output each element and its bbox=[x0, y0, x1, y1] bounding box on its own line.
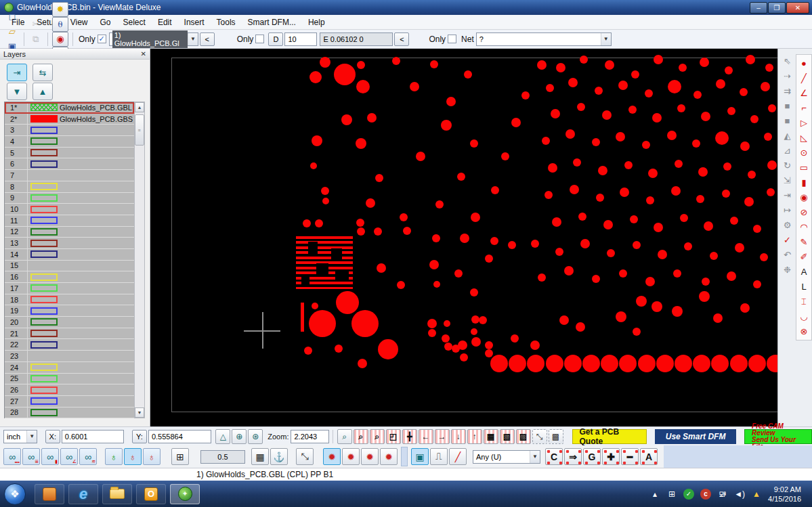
pencil-tool-icon[interactable]: ✎ bbox=[797, 235, 811, 249]
inspect-traces-button[interactable]: ∞≣ bbox=[22, 448, 40, 465]
layer-color-swatch[interactable] bbox=[30, 127, 58, 134]
layer-row[interactable]: 12 bbox=[5, 227, 134, 238]
corner-tool-icon[interactable]: ⌐ bbox=[797, 101, 811, 115]
circle-aperture-button[interactable]: C bbox=[545, 448, 563, 465]
layer-row[interactable]: 21 bbox=[5, 328, 134, 340]
layer-color-swatch[interactable] bbox=[30, 104, 58, 111]
angle-check-icon[interactable]: ✓ bbox=[780, 233, 794, 247]
layer-row[interactable]: 7 bbox=[5, 170, 134, 181]
pen-tool-icon[interactable]: ✐ bbox=[797, 250, 811, 264]
only-net-checkbox[interactable] bbox=[448, 35, 456, 43]
layer-row[interactable]: 9 bbox=[5, 193, 134, 204]
slash-tool-icon[interactable]: ⊘ bbox=[797, 205, 811, 219]
antivirus-icon[interactable]: ✓ bbox=[683, 489, 694, 500]
layer-color-swatch[interactable] bbox=[30, 183, 58, 190]
layer-color-swatch[interactable] bbox=[30, 296, 58, 303]
snap-move-button[interactable]: ⤡ bbox=[296, 448, 314, 465]
y-coordinate-button[interactable]: Y: bbox=[132, 430, 147, 443]
layer-view-compare-button[interactable]: ⇆ bbox=[33, 64, 53, 81]
cut-icon[interactable]: ✂ bbox=[28, 17, 43, 32]
view-corner-icon[interactable]: ◰ bbox=[386, 429, 401, 444]
layer-row[interactable]: 17 bbox=[5, 283, 134, 294]
layer-color-swatch[interactable] bbox=[30, 363, 58, 371]
triangle-tool-icon[interactable]: ◺ bbox=[797, 131, 811, 145]
draw-line-button[interactable]: ╱ bbox=[449, 448, 467, 465]
layer-color-swatch[interactable] bbox=[30, 115, 58, 123]
layer-color-swatch[interactable] bbox=[30, 206, 58, 213]
aperture-square-icon[interactable]: ■ bbox=[780, 99, 794, 113]
layer-row[interactable]: 24 bbox=[5, 362, 134, 374]
taskbar-internet-explorer[interactable]: e bbox=[68, 484, 98, 504]
step-repeat-all-icon[interactable]: ↦ bbox=[780, 203, 794, 217]
dcode-button[interactable]: D bbox=[268, 32, 283, 46]
menu-item-edit[interactable]: Edit bbox=[152, 16, 178, 28]
layer-row[interactable]: 28 bbox=[5, 407, 134, 419]
inspect-layers-button[interactable]: ∞≋ bbox=[79, 448, 97, 465]
window-split-button[interactable]: ⊞ bbox=[171, 448, 189, 465]
menu-item-insert[interactable]: Insert bbox=[178, 16, 211, 28]
stamp-icon[interactable]: ⊛ bbox=[248, 429, 263, 444]
transfer-pad-icon[interactable]: ⇢ bbox=[780, 69, 794, 83]
taskbar-viewmate[interactable]: ✦ bbox=[170, 484, 200, 504]
smart-dfm-ad[interactable]: Use Smart DFM bbox=[655, 429, 736, 444]
arc-tool-icon[interactable]: ◠ bbox=[797, 220, 811, 234]
zoom-layer-icon[interactable]: ⌕ bbox=[354, 429, 368, 444]
layer-color-swatch[interactable] bbox=[30, 341, 58, 349]
subtract-button[interactable]: ━ bbox=[621, 448, 639, 465]
pcb-quote-ad[interactable]: Get a PCB Quote bbox=[572, 429, 647, 444]
pan-left-icon[interactable]: ← bbox=[419, 429, 433, 444]
gerber-button[interactable]: G bbox=[583, 448, 601, 465]
layer-color-swatch[interactable] bbox=[30, 137, 58, 145]
layer-move-up-button[interactable]: ▲ bbox=[33, 83, 53, 100]
zoom-select-icon[interactable]: ⌕ bbox=[370, 429, 385, 444]
scale-icon[interactable]: ⇲ bbox=[780, 173, 794, 188]
polyline-tool-icon[interactable]: ∠ bbox=[797, 86, 811, 100]
pan-up-icon[interactable]: ↑ bbox=[467, 429, 482, 444]
node-edit-icon[interactable]: ❉ bbox=[780, 263, 794, 277]
layer-combobox[interactable]: 1) GlowHolds_PCB.Gl ▼ bbox=[109, 32, 198, 46]
inspect-pads-button[interactable]: ∞••• bbox=[3, 448, 21, 465]
settings-gear-icon[interactable]: ⚙ bbox=[780, 218, 794, 232]
x-coordinate-field[interactable]: 0.6001 bbox=[62, 430, 125, 443]
chevron-down-icon[interactable]: ▼ bbox=[530, 451, 540, 463]
volume-icon[interactable]: ◄) bbox=[734, 489, 745, 500]
layer-row[interactable]: 27 bbox=[5, 396, 134, 407]
aperture-text-button[interactable]: A bbox=[640, 448, 658, 465]
delete-tool-icon[interactable]: ⊗ bbox=[797, 324, 811, 338]
layer-row[interactable]: 4 bbox=[5, 136, 134, 148]
select-area-icon[interactable]: ⤡ bbox=[532, 429, 547, 444]
angle-measure-icon[interactable]: △ bbox=[215, 429, 230, 444]
highlight-view-icon[interactable]: ✸ bbox=[52, 2, 68, 17]
layer-row[interactable]: 13 bbox=[5, 238, 134, 249]
layer-move-down-button[interactable]: ▼ bbox=[7, 83, 27, 100]
layers-close-icon[interactable]: ✕ bbox=[141, 50, 146, 58]
layer-row[interactable]: 22 bbox=[5, 339, 134, 351]
taskbar-app-launcher[interactable] bbox=[35, 484, 64, 504]
pan-down-icon[interactable]: ↓ bbox=[451, 429, 466, 444]
close-button[interactable]: ✕ bbox=[786, 2, 809, 14]
menu-item-tools[interactable]: Tools bbox=[211, 16, 242, 28]
probe-solid-button[interactable]: ♁ bbox=[105, 448, 123, 465]
layer-row[interactable]: 19 bbox=[5, 305, 134, 317]
layer-row[interactable]: 3 bbox=[5, 125, 134, 136]
rotate-icon[interactable]: ↻ bbox=[780, 158, 794, 173]
layer-color-swatch[interactable] bbox=[30, 160, 58, 168]
layer-row[interactable]: 14 bbox=[5, 249, 134, 261]
pad-tool-icon[interactable]: ● bbox=[797, 56, 811, 70]
hook-tool-icon[interactable]: ◡ bbox=[797, 309, 811, 324]
triangle-vertex-tool-icon[interactable]: ▷ bbox=[797, 116, 811, 130]
layer-color-swatch[interactable] bbox=[30, 273, 58, 281]
taskbar-explorer-folder[interactable] bbox=[102, 484, 132, 504]
undo-icon[interactable]: ↶ bbox=[780, 248, 794, 262]
view-film-icon[interactable]: ▦ bbox=[484, 429, 498, 444]
layer-color-swatch[interactable] bbox=[30, 284, 58, 292]
taskbar-clock[interactable]: 9:02 AM 4/15/2016 bbox=[768, 485, 807, 504]
probe-cross-button[interactable]: ♁ bbox=[143, 448, 161, 465]
circle-tool-icon[interactable]: ⊙ bbox=[797, 146, 811, 160]
layer-color-swatch[interactable] bbox=[30, 387, 58, 394]
layer-color-swatch[interactable] bbox=[30, 250, 58, 258]
label-tool-icon[interactable]: L bbox=[797, 280, 811, 294]
layer-row[interactable]: 18 bbox=[5, 294, 134, 306]
mirror-vertical-icon[interactable]: ◭ bbox=[780, 129, 794, 143]
ccleaner-icon[interactable]: c bbox=[700, 489, 711, 500]
